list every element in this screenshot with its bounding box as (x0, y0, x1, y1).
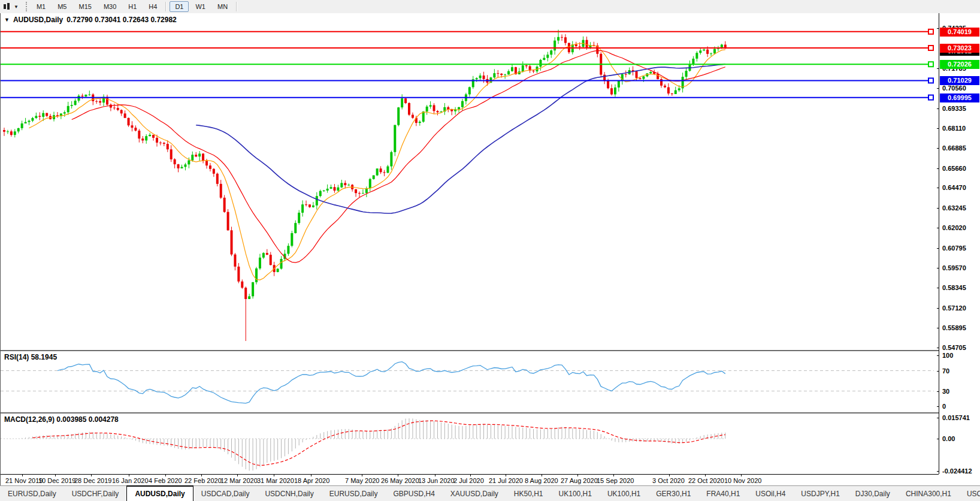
level-handle[interactable] (928, 29, 933, 34)
time-tick (237, 475, 238, 476)
time-tick (470, 475, 471, 476)
chart-tab-audusd-daily[interactable]: AUDUSD,Daily (126, 485, 193, 501)
axis-tick (937, 355, 939, 356)
collapse-caret-icon[interactable]: ▼ (4, 17, 10, 23)
date-label: 22 Feb 2020 (184, 477, 222, 484)
timeframe-button-m5[interactable]: M5 (52, 1, 72, 12)
axis-tick (937, 406, 939, 407)
axis-tick (937, 418, 939, 418)
price-label-0.68110: 0.68110 (942, 125, 966, 132)
time-tick (22, 475, 23, 476)
time-axis[interactable]: 21 Nov 201910 Dec 201928 Dec 201916 Jan … (1, 474, 939, 486)
time-tick (311, 475, 311, 476)
axis-tick (937, 208, 939, 209)
date-label: 22 Oct 2020 (688, 477, 724, 484)
rsi-pane[interactable]: RSI(14) 58.1945 (1, 351, 939, 412)
symbol-tab-bar: EURUSD,DailyUSDCHF,DailyAUDUSD,DailyUSDC… (0, 485, 980, 501)
candlestick-chart[interactable] (1, 13, 939, 350)
date-label: 12 Mar 2020 (220, 477, 258, 484)
price-label-0.63245: 0.63245 (942, 204, 966, 212)
main-price-pane[interactable]: ▼ AUDUSD,Daily 0.72790 0.73041 0.72643 0… (1, 13, 939, 350)
macd-signal-line (32, 421, 725, 465)
chart-tab-hk50-h1[interactable]: HK50,H1 (506, 486, 551, 501)
axis-tick (937, 128, 939, 129)
level-handle[interactable] (928, 95, 933, 100)
price-label-0.69335: 0.69335 (942, 105, 966, 112)
chart-tab-eurusd-daily[interactable]: EURUSD,Daily (322, 486, 386, 501)
level-price-tag-0.72026: 0.72026 (940, 60, 979, 69)
date-label: 10 Dec 2019 (38, 477, 75, 484)
rsi-chart[interactable] (1, 351, 939, 412)
price-axis[interactable]: 0.742350.717850.705600.693350.681100.668… (939, 13, 980, 474)
timeframe-button-m15[interactable]: M15 (73, 1, 96, 12)
toolbar-grip[interactable] (26, 2, 27, 11)
level-handle[interactable] (928, 62, 933, 67)
chart-tab-usdjpy-h1[interactable]: USDJPY,H1 (793, 486, 847, 501)
moving-average-20 (72, 50, 725, 262)
macd-label: MACD(12,26,9) 0.003985 0.004278 (4, 415, 119, 424)
chevron-down-icon[interactable]: ▼ (14, 4, 19, 10)
chart-tab-ger30-h1[interactable]: GER30,H1 (648, 486, 698, 501)
timeframe-toolbar: ▼ M1M5M15M30H1H4D1W1MN (0, 0, 980, 14)
chart-tab-usdcad-daily[interactable]: USDCAD,Daily (193, 486, 258, 501)
time-tick (201, 475, 202, 476)
axis-tick (937, 308, 939, 309)
chart-tab-usoil-da[interactable]: USOil,Da (959, 486, 980, 501)
axis-tick (937, 288, 939, 288)
time-tick (613, 475, 614, 476)
chart-tool-button[interactable]: ▼ (0, 0, 21, 13)
time-tick (705, 475, 706, 476)
chart-tab-xauusd-daily[interactable]: XAUUSD,Daily (443, 486, 506, 501)
timeframe-button-m30[interactable]: M30 (98, 1, 122, 12)
axis-tick (937, 148, 939, 149)
timeframe-button-m1[interactable]: M1 (31, 1, 51, 12)
time-tick (91, 475, 92, 476)
chart-tab-uk100-h1[interactable]: UK100,H1 (551, 486, 600, 501)
price-label-0.55895: 0.55895 (942, 324, 966, 331)
timeframe-button-h1[interactable]: H1 (123, 1, 142, 12)
chart-tab-china300-h1[interactable]: CHINA300,H1 (898, 486, 959, 501)
macd-pane[interactable]: MACD(12,26,9) 0.003985 0.004278 (1, 414, 939, 473)
axis-tick (937, 228, 939, 228)
chart-tab-usdcnh-daily[interactable]: USDCNH,Daily (257, 486, 321, 501)
symbol-period-label: AUDUSD,Daily (13, 16, 63, 24)
date-label: 3 Oct 2020 (652, 477, 685, 484)
price-label-0.64470: 0.64470 (942, 184, 966, 191)
price-label-0.65660: 0.65660 (942, 165, 966, 172)
price-label-0.70560: 0.70560 (942, 84, 966, 92)
axis-tick (937, 348, 939, 348)
candlestick-chart-icon (2, 2, 12, 11)
time-tick (165, 475, 166, 476)
date-label: 8 Aug 2020 (525, 477, 558, 484)
chart-tab-gbpusd-h4[interactable]: GBPUSD,H4 (385, 486, 442, 501)
axis-tick (937, 391, 939, 392)
axis-tick (937, 88, 939, 89)
macd-histogram (11, 418, 725, 470)
level-lines-layer[interactable] (1, 29, 934, 100)
date-label: 21 Jul 2020 (489, 477, 523, 484)
timeframe-button-mn[interactable]: MN (212, 1, 233, 12)
chart-tab-dj30-daily[interactable]: DJ30,Daily (848, 486, 898, 501)
time-tick (577, 475, 578, 476)
timeframe-button-h4[interactable]: H4 (143, 1, 162, 12)
chart-tab-uk100-h1[interactable]: UK100,H1 (600, 486, 648, 501)
axis-tick (937, 248, 939, 249)
price-label-0.54705: 0.54705 (942, 344, 966, 351)
rsi-axis-label-70: 70 (942, 367, 949, 375)
macd-axis-label-0.00: 0.00 (942, 435, 955, 442)
date-label: 13 Jun 2020 (418, 477, 455, 484)
axis-tick (937, 371, 939, 372)
date-label: 2 Jul 2020 (453, 477, 484, 484)
chart-tab-fra40-h1[interactable]: FRA40,H1 (698, 486, 748, 501)
ohlc-values: 0.72790 0.73041 0.72643 0.72982 (66, 16, 177, 24)
time-tick (506, 475, 506, 476)
chart-tab-usoil-h4[interactable]: USOil,H4 (748, 486, 793, 501)
level-handle[interactable] (928, 78, 933, 83)
level-handle[interactable] (928, 46, 933, 50)
chart-tab-eurusd-daily[interactable]: EURUSD,Daily (0, 486, 64, 501)
timeframe-button-d1[interactable]: D1 (170, 1, 189, 12)
rsi-label: RSI(14) 58.1945 (4, 353, 57, 361)
timeframe-button-w1[interactable]: W1 (190, 1, 211, 12)
macd-chart[interactable] (1, 414, 939, 473)
chart-tab-usdchf-daily[interactable]: USDCHF,Daily (64, 486, 127, 501)
